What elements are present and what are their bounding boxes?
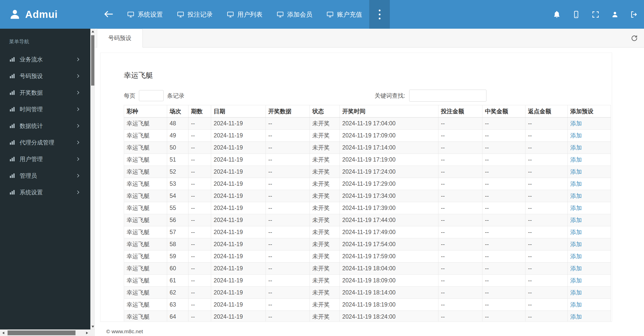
table-cell: -- (188, 214, 211, 226)
column-header: 开奖时间 (340, 105, 438, 118)
table-cell: 2024-11-19 (211, 154, 266, 166)
table-cell: 59 (167, 250, 188, 263)
add-preset-link[interactable]: 添加 (570, 265, 582, 272)
table-cell: -- (525, 178, 568, 190)
table-cell: -- (482, 130, 525, 142)
table-cell: -- (188, 154, 211, 166)
table-cell: -- (525, 214, 568, 226)
search-input[interactable] (409, 90, 486, 102)
add-preset-link[interactable]: 添加 (570, 229, 582, 235)
table-cell: -- (482, 154, 525, 166)
tab-number-preset[interactable]: 号码预设 (97, 29, 143, 48)
column-header: 返点金额 (525, 105, 568, 118)
horizontal-scrollbar-thumb[interactable] (8, 330, 75, 335)
vertical-scrollbar-thumb[interactable] (91, 35, 94, 86)
brand-logo[interactable]: Admui (0, 0, 90, 29)
chevron-right-icon (75, 73, 81, 79)
nav-item-user-list[interactable]: 用户列表 (220, 0, 270, 29)
nav-item-label: 账户充值 (337, 10, 362, 19)
table-cell: 添加 (568, 166, 611, 178)
sidebar-item-system-settings[interactable]: 系统设置 (0, 184, 90, 201)
notifications-button[interactable] (547, 0, 566, 29)
nav-item-account-recharge[interactable]: 账户充值 (319, 0, 369, 29)
table-cell: 2024-11-19 17:14:00 (340, 142, 438, 154)
nav-item-bet-records[interactable]: 投注记录 (170, 0, 220, 29)
table-cell: 62 (167, 287, 188, 299)
sidebar-item-agent-commission[interactable]: 代理分成管理 (0, 134, 90, 151)
add-preset-link[interactable]: 添加 (570, 217, 582, 223)
table-cell: -- (438, 275, 482, 287)
table-cell: -- (266, 142, 310, 154)
table-cell: -- (188, 287, 211, 299)
footer-copyright: © www.m8c.net (106, 328, 143, 334)
sidebar-item-label: 开奖数据 (20, 89, 43, 97)
nav-item-add-member[interactable]: 添加会员 (270, 0, 319, 29)
sidebar-item-data-statistics[interactable]: 数据统计 (0, 118, 90, 134)
logout-button[interactable] (625, 0, 644, 29)
table-cell: 添加 (568, 311, 611, 322)
scroll-right-arrow[interactable] (84, 330, 90, 336)
table-cell: -- (525, 142, 568, 154)
mobile-view-button[interactable] (566, 0, 586, 29)
per-page-input[interactable] (139, 90, 164, 101)
refresh-button[interactable] (631, 34, 638, 42)
sidebar-item-business-flow[interactable]: 业务流水 (0, 51, 90, 68)
column-header: 开奖数据 (266, 105, 310, 118)
table-cell: -- (188, 238, 211, 250)
table-cell: -- (266, 275, 310, 287)
add-preset-link[interactable]: 添加 (570, 313, 582, 320)
add-preset-link[interactable]: 添加 (570, 301, 582, 308)
sidebar-toggle-button[interactable] (100, 0, 117, 29)
table-cell: 57 (167, 226, 188, 238)
scroll-down-arrow[interactable] (91, 324, 95, 329)
sidebar-item-time-management[interactable]: 时间管理 (0, 101, 90, 118)
table-cell: 56 (167, 214, 188, 226)
more-menu-button[interactable] (369, 0, 390, 29)
table-row: 幸运飞艇56--2024-11-19--未开奖2024-11-19 17:44:… (124, 214, 611, 226)
sidebar-vertical-scrollbar[interactable] (90, 29, 95, 329)
add-preset-link[interactable]: 添加 (570, 168, 582, 175)
add-preset-link[interactable]: 添加 (570, 289, 582, 296)
table-cell: -- (266, 190, 310, 202)
scroll-left-arrow[interactable] (0, 330, 7, 336)
table-cell: -- (525, 311, 568, 322)
sidebar-horizontal-scrollbar[interactable] (0, 329, 95, 336)
table-cell: 添加 (568, 287, 611, 299)
profile-button[interactable] (605, 0, 625, 29)
table-cell: -- (266, 299, 310, 311)
table-cell: 61 (167, 275, 188, 287)
table-cell: -- (482, 214, 525, 226)
table-cell: -- (266, 154, 310, 166)
table-cell: 幸运飞艇 (124, 118, 167, 130)
add-preset-link[interactable]: 添加 (570, 253, 582, 259)
table-cell: 添加 (568, 190, 611, 202)
add-preset-link[interactable]: 添加 (570, 120, 582, 127)
table-cell: 未开奖 (310, 130, 340, 142)
sidebar-item-lottery-data[interactable]: 开奖数据 (0, 84, 90, 101)
table-cell: -- (482, 202, 525, 214)
scroll-up-arrow[interactable] (91, 29, 95, 34)
add-preset-link[interactable]: 添加 (570, 156, 582, 163)
sidebar-item-number-preset[interactable]: 号码预设 (0, 68, 90, 84)
add-preset-link[interactable]: 添加 (570, 144, 582, 151)
table-cell: -- (525, 299, 568, 311)
content-area: 幸运飞艇 每页 条记录 关键词查找: (95, 48, 644, 336)
table-cell: 添加 (568, 238, 611, 250)
table-cell: 60 (167, 263, 188, 275)
table-row: 幸运飞艇53--2024-11-19--未开奖2024-11-19 17:29:… (124, 178, 611, 190)
add-preset-link[interactable]: 添加 (570, 277, 582, 284)
table-cell: 添加 (568, 275, 611, 287)
fullscreen-button[interactable] (586, 0, 605, 29)
add-preset-link[interactable]: 添加 (570, 132, 582, 139)
add-preset-link[interactable]: 添加 (570, 180, 582, 187)
add-preset-link[interactable]: 添加 (570, 241, 582, 247)
sidebar-item-administrator[interactable]: 管理员 (0, 167, 90, 184)
table-cell: -- (266, 311, 310, 322)
add-preset-link[interactable]: 添加 (570, 205, 582, 211)
add-preset-link[interactable]: 添加 (570, 193, 582, 199)
nav-item-system-settings[interactable]: 系统设置 (120, 0, 170, 29)
table-cell: 2024-11-19 17:49:00 (340, 226, 438, 238)
table-cell: -- (188, 190, 211, 202)
sidebar-item-user-management[interactable]: 用户管理 (0, 151, 90, 167)
navbar-menu: 系统设置 投注记录 用户列表 添加会员 账户充值 (120, 0, 369, 29)
